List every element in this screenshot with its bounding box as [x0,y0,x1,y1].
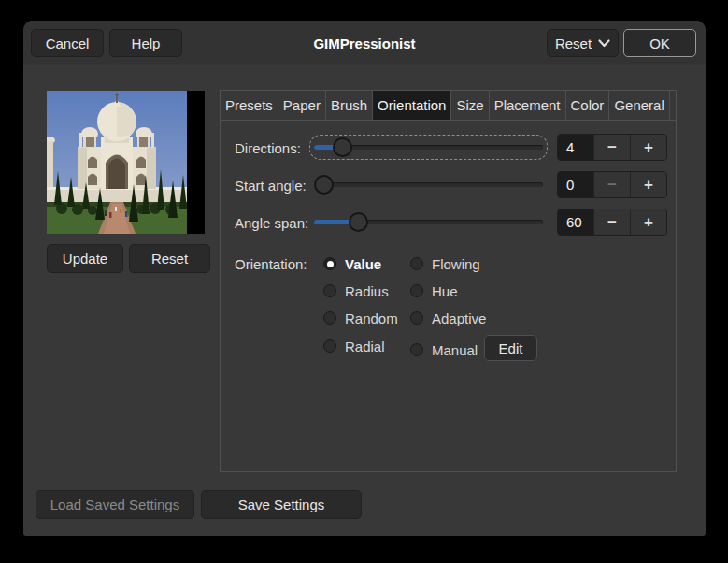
angle-span-spinbutton: 60 − + [557,209,667,236]
radio-radius-label: Radius [345,283,389,299]
preview-reset-button-label: Reset [151,251,188,267]
radio-manual-label: Manual [432,342,478,358]
load-saved-settings-button[interactable]: Load Saved Settings [36,490,194,519]
tab-placement[interactable]: Placement [490,91,566,120]
radio-circle-icon [410,257,423,270]
slider-track[interactable] [314,182,543,187]
update-button-label: Update [63,251,107,267]
settings-notebook: Presets Paper Brush Orientation Size Pla… [220,90,677,472]
slider-knob[interactable] [349,212,368,232]
radio-random[interactable]: Random [323,310,398,325]
tab-paper[interactable]: Paper [278,91,326,120]
tab-orientation-label: Orientation [378,97,446,113]
radio-circle-icon [410,311,423,325]
chevron-down-icon [598,39,610,48]
radio-value[interactable]: Value [323,256,381,271]
radio-hue-label: Hue [432,283,458,299]
slider-knob[interactable] [314,175,334,195]
update-button[interactable]: Update [47,244,123,273]
save-settings-button[interactable]: Save Settings [201,490,362,519]
tab-brush[interactable]: Brush [326,91,373,120]
angle-span-slider[interactable] [314,212,543,232]
radio-hue[interactable]: Hue [410,283,458,298]
radio-random-label: Random [345,310,398,326]
cancel-button[interactable]: Cancel [31,29,104,57]
start-angle-minus-button[interactable]: − [593,172,630,197]
preview-area [47,91,205,234]
preview-reset-button[interactable]: Reset [129,244,210,273]
start-angle-spinbutton: 0 − + [557,171,667,198]
start-angle-label: Start angle: [235,177,307,193]
tab-brush-label: Brush [331,97,367,113]
radio-adaptive-label: Adaptive [432,310,486,326]
tab-presets[interactable]: Presets [221,91,278,120]
tab-orientation[interactable]: Orientation [373,91,451,120]
radio-radius[interactable]: Radius [323,283,389,298]
radio-circle-icon [410,343,423,356]
tab-presets-label: Presets [225,97,273,113]
directions-spinbutton: 4 − + [557,134,667,161]
plus-icon: + [644,176,653,195]
reset-dropdown-button[interactable]: Reset [547,29,619,57]
plus-icon: + [644,138,653,157]
tab-general-label: General [614,97,664,113]
angle-span-minus-button[interactable]: − [593,209,630,235]
tab-placement-label: Placement [494,97,561,113]
angle-span-label: Angle span: [235,214,308,230]
radio-value-label: Value [345,256,381,272]
radio-circle-icon [410,284,423,297]
tab-color-label: Color [571,97,605,113]
angle-span-plus-button[interactable]: + [630,209,666,235]
tab-color[interactable]: Color [566,91,610,120]
save-settings-label: Save Settings [238,497,325,512]
load-saved-settings-label: Load Saved Settings [50,497,179,512]
directions-minus-button[interactable]: − [593,135,630,160]
directions-value-entry[interactable]: 4 [558,135,593,160]
radio-flowing-label: Flowing [432,256,480,272]
radio-adaptive[interactable]: Adaptive [410,310,486,325]
help-button-label: Help [132,36,161,51]
cancel-button-label: Cancel [46,36,90,51]
plus-icon: + [644,213,653,232]
angle-span-value-entry[interactable]: 60 [558,209,593,235]
minus-icon: − [607,176,617,195]
taj-mahal-preview-image [47,91,187,234]
radio-radial[interactable]: Radial [323,339,385,354]
radio-circle-icon [323,284,336,297]
tab-bar: Presets Paper Brush Orientation Size Pla… [221,91,676,121]
start-angle-plus-button[interactable]: + [630,172,666,197]
start-angle-row: Start angle: 0 − + [221,171,676,198]
minus-icon: − [607,213,617,232]
start-angle-value-entry[interactable]: 0 [558,172,593,197]
tab-paper-label: Paper [283,97,321,113]
directions-plus-button[interactable]: + [630,135,666,160]
ok-button[interactable]: OK [623,29,696,57]
angle-span-row: Angle span: 60 − + [221,209,676,236]
tab-size[interactable]: Size [451,91,489,120]
slider-knob[interactable] [333,137,352,157]
radio-flowing[interactable]: Flowing [410,256,480,271]
radio-dot-icon [327,261,334,267]
directions-slider[interactable] [314,137,543,157]
tab-size-label: Size [456,97,483,113]
directions-row: Directions: 4 − + [221,134,676,161]
gimpressionist-dialog: GIMPressionist Cancel Help Reset OK [23,21,706,536]
reset-dropdown-label: Reset [555,36,592,51]
radio-circle-icon [323,257,336,270]
edit-button-label: Edit [499,340,523,356]
minus-icon: − [607,138,617,157]
dialog-header: GIMPressionist Cancel Help Reset OK [23,21,706,65]
directions-label: Directions: [235,139,301,155]
orientation-group-label: Orientation: [235,256,307,272]
start-angle-slider[interactable] [314,175,543,195]
radio-circle-icon [323,339,336,353]
edit-button[interactable]: Edit [484,335,537,361]
tab-general[interactable]: General [609,91,669,120]
help-button[interactable]: Help [109,29,182,57]
ok-button-label: OK [649,36,670,51]
radio-radial-label: Radial [345,339,385,354]
radio-manual[interactable]: Manual [410,342,478,357]
radio-circle-icon [323,311,336,325]
